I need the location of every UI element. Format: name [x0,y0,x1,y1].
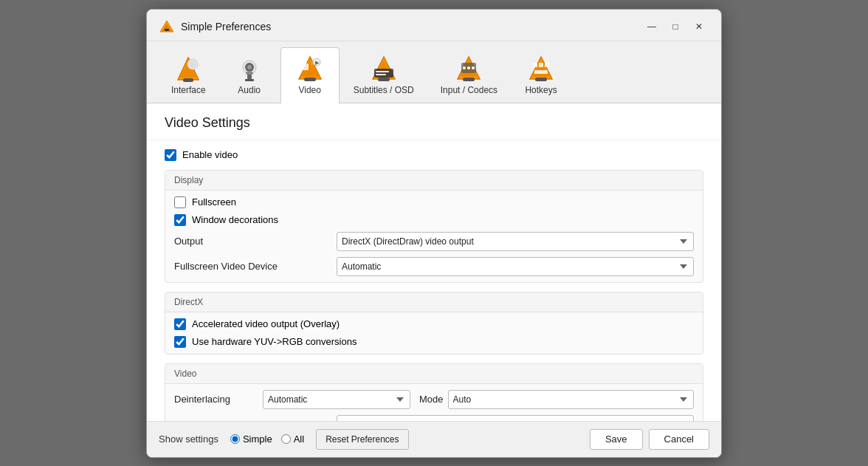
preferences-window: Simple Preferences — □ ✕ Interface [146,9,722,458]
all-label: All [294,434,304,445]
fullscreen-label[interactable]: Fullscreen [192,196,236,208]
yuv-checkbox[interactable] [174,336,186,348]
reset-preferences-button[interactable]: Reset Preferences [316,429,408,450]
content-header: Video Settings [147,103,721,140]
svg-rect-36 [535,78,547,81]
show-settings-label: Show settings [159,434,218,445]
interface-icon [173,54,204,85]
directx-content: Accelerated video output (Overlay) Use h… [165,312,703,354]
svg-point-32 [467,66,470,69]
footer: Show settings Simple All Reset Preferenc… [147,421,721,457]
simple-radio-option[interactable]: Simple [230,434,272,445]
svg-rect-37 [533,63,537,67]
video-section-header: Video [165,364,703,384]
all-radio[interactable] [281,434,291,444]
display-header: Display [165,171,703,191]
svg-rect-25 [376,71,389,72]
footer-left: Show settings Simple All Reset Preferenc… [159,429,409,450]
svg-rect-40 [534,70,548,74]
page-title: Video Settings [165,115,703,131]
content-area: Video Settings Enable video Display Full… [147,103,721,421]
window-decorations-row: Window decorations [174,214,694,226]
window-controls: — □ ✕ [641,18,709,35]
simple-label: Simple [243,434,272,445]
output-row: Output DirectX (DirectDraw) video output… [174,232,694,251]
deinterlacing-row: Deinterlacing Automatic Off On Mode Auto… [174,390,694,409]
svg-rect-29 [463,78,475,81]
subtitles-icon [368,54,399,85]
tab-video-label: Video [298,85,320,95]
accelerated-label[interactable]: Accelerated video output (Overlay) [192,318,340,329]
input-icon [453,54,484,85]
svg-rect-39 [545,63,549,67]
directx-section: DirectX Accelerated video output (Overla… [165,292,703,354]
footer-right: Save Cancel [590,429,709,450]
tab-hotkeys[interactable]: Hotkeys [512,47,571,103]
deinterlacing-select[interactable]: Automatic Off On [263,390,410,409]
directx-header: DirectX [165,292,703,312]
tab-input[interactable]: Input / Codecs [428,47,510,103]
accelerated-checkbox[interactable] [174,318,186,330]
tab-input-label: Input / Codecs [441,85,497,95]
fullscreen-checkbox[interactable] [174,196,186,208]
enable-video-checkbox[interactable] [165,149,176,161]
tab-subtitles-label: Subtitles / OSD [354,85,414,95]
tab-audio-label: Audio [238,85,261,95]
hotkeys-icon [526,54,557,85]
force-aspect-input[interactable] [337,415,694,421]
svg-point-10 [247,65,252,69]
enable-video-row: Enable video [165,149,703,161]
accelerated-row: Accelerated video output (Overlay) [174,318,694,330]
deinterlacing-label: Deinterlacing [174,394,263,405]
vlc-logo [159,18,175,35]
svg-rect-24 [374,69,393,78]
svg-rect-17 [300,64,309,70]
video-section-content: Deinterlacing Automatic Off On Mode Auto… [165,384,703,421]
svg-rect-26 [376,74,386,75]
tab-subtitles[interactable]: Subtitles / OSD [341,47,427,103]
tab-video[interactable]: ▶ Video [280,47,340,103]
tab-interface[interactable]: Interface [159,47,218,103]
svg-point-31 [463,66,466,69]
all-radio-option[interactable]: All [281,434,304,445]
window-decorations-checkbox[interactable] [174,214,186,226]
output-select[interactable]: DirectX (DirectDraw) video output OpenGL… [337,232,694,251]
cancel-button[interactable]: Cancel [649,429,709,450]
yuv-label[interactable]: Use hardware YUV->RGB conversions [192,336,356,347]
force-aspect-row: Force Aspect Ratio [174,415,694,421]
display-section: Display Fullscreen Window decorations Ou… [165,170,703,283]
video-icon: ▶ [294,54,326,85]
svg-rect-23 [378,78,390,81]
svg-point-33 [472,66,475,69]
svg-rect-16 [304,78,316,81]
simple-radio[interactable] [230,434,240,444]
close-button[interactable]: ✕ [689,18,709,35]
svg-rect-38 [539,63,543,67]
audio-icon [234,54,265,85]
fullscreen-device-select[interactable]: Automatic Display 1 Display 2 [337,257,694,276]
settings-body: Enable video Display Fullscreen Window d… [147,140,721,421]
force-aspect-label: Force Aspect Ratio [174,419,337,421]
save-button[interactable]: Save [590,429,643,450]
svg-rect-5 [183,78,193,82]
mode-select[interactable]: Auto Blend Bob Discard [448,390,694,409]
title-bar-left: Simple Preferences [159,18,271,35]
window-decorations-label[interactable]: Window decorations [192,214,278,225]
maximize-button[interactable]: □ [665,18,686,35]
radio-group: Simple All [230,434,304,445]
video-section: Video Deinterlacing Automatic Off On Mod… [165,363,703,421]
svg-rect-13 [245,79,254,81]
svg-rect-12 [247,75,252,79]
minimize-button[interactable]: — [641,18,662,35]
title-bar: Simple Preferences — □ ✕ [147,10,721,41]
svg-point-7 [189,61,196,68]
mode-label: Mode [419,394,444,405]
fullscreen-device-label: Fullscreen Video Device [174,261,337,272]
display-content: Fullscreen Window decorations Output Dir… [165,191,703,282]
enable-video-label[interactable]: Enable video [182,149,238,160]
output-label: Output [174,236,337,247]
fullscreen-row: Fullscreen [174,196,694,208]
yuv-row: Use hardware YUV->RGB conversions [174,336,694,348]
tabs-row: Interface Audio ▶ [147,41,721,103]
tab-audio[interactable]: Audio [220,47,279,103]
